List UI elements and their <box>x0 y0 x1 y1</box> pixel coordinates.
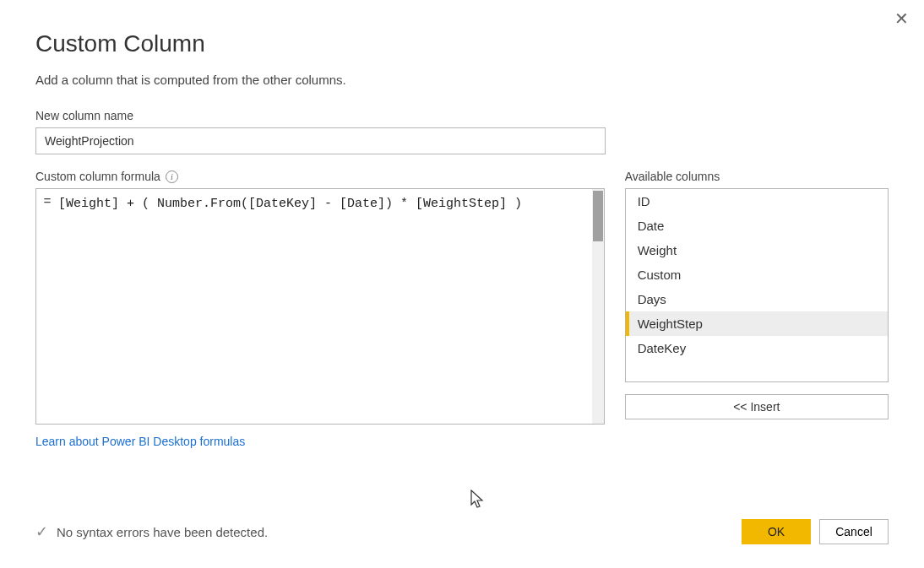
list-item[interactable]: ID <box>626 189 888 214</box>
column-name-input[interactable] <box>35 127 606 154</box>
column-name-label: New column name <box>35 109 889 122</box>
close-icon[interactable]: ✕ <box>894 8 909 29</box>
cursor-icon <box>470 490 486 510</box>
available-columns-list: IDDateWeightCustomDaysWeightStepDateKey <box>625 188 889 382</box>
dialog-title: Custom Column <box>35 30 889 57</box>
info-icon[interactable]: i <box>166 170 178 183</box>
equals-gutter: = <box>36 189 58 424</box>
ok-button[interactable]: OK <box>742 519 811 544</box>
list-item[interactable]: Days <box>626 287 888 311</box>
formula-editor: = <box>35 188 605 425</box>
button-group: OK Cancel <box>742 519 889 544</box>
list-item[interactable]: Weight <box>626 238 888 262</box>
formula-label-text: Custom column formula <box>35 170 160 183</box>
list-item[interactable]: Custom <box>626 262 888 287</box>
insert-button[interactable]: << Insert <box>625 394 889 419</box>
list-item[interactable]: DateKey <box>626 336 888 360</box>
check-icon: ✓ <box>35 522 48 541</box>
scroll-thumb[interactable] <box>593 191 603 241</box>
list-item[interactable]: Date <box>626 214 888 238</box>
formula-scrollbar[interactable] <box>592 189 604 424</box>
dialog-footer: ✓ No syntax errors have been detected. O… <box>35 519 889 544</box>
dialog-subtitle: Add a column that is computed from the o… <box>35 73 889 87</box>
learn-link[interactable]: Learn about Power BI Desktop formulas <box>35 435 245 448</box>
dialog-content: Custom Column Add a column that is compu… <box>0 0 924 465</box>
status-message: No syntax errors have been detected. <box>57 525 268 539</box>
formula-label: Custom column formula i <box>35 170 605 183</box>
status-bar: ✓ No syntax errors have been detected. <box>35 522 268 541</box>
list-item[interactable]: WeightStep <box>626 311 888 336</box>
formula-input[interactable] <box>58 189 592 424</box>
available-columns-label: Available columns <box>625 170 889 183</box>
cancel-button[interactable]: Cancel <box>819 519 889 544</box>
